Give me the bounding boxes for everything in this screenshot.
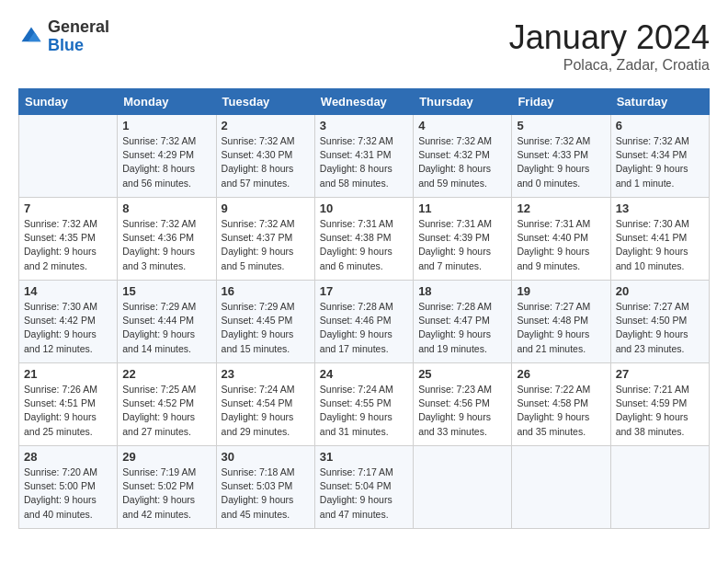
day-info: Sunrise: 7:29 AM Sunset: 4:45 PM Dayligh… [222, 300, 310, 356]
calendar-week-4: 21Sunrise: 7:26 AM Sunset: 4:51 PM Dayli… [19, 363, 710, 446]
day-number: 13 [616, 201, 704, 215]
day-info: Sunrise: 7:20 AM Sunset: 5:00 PM Dayligh… [24, 465, 112, 522]
day-number: 11 [418, 201, 506, 215]
table-row: 29Sunrise: 7:19 AM Sunset: 5:02 PM Dayli… [118, 446, 216, 529]
table-row: 18Sunrise: 7:28 AM Sunset: 4:47 PM Dayli… [414, 281, 512, 363]
day-info: Sunrise: 7:31 AM Sunset: 4:40 PM Dayligh… [517, 217, 605, 273]
day-number: 26 [517, 367, 605, 381]
table-row: 25Sunrise: 7:23 AM Sunset: 4:56 PM Dayli… [414, 363, 512, 446]
col-wednesday: Wednesday [314, 89, 413, 115]
day-info: Sunrise: 7:30 AM Sunset: 4:41 PM Dayligh… [616, 217, 704, 273]
col-friday: Friday [512, 89, 610, 115]
day-info: Sunrise: 7:19 AM Sunset: 5:02 PM Dayligh… [122, 465, 210, 522]
logo-general-text: General [48, 18, 109, 37]
day-number: 6 [616, 119, 704, 132]
day-info: Sunrise: 7:32 AM Sunset: 4:34 PM Dayligh… [616, 134, 704, 190]
col-tuesday: Tuesday [216, 89, 314, 115]
day-info: Sunrise: 7:28 AM Sunset: 4:46 PM Dayligh… [320, 300, 408, 356]
day-number: 16 [222, 284, 310, 298]
table-row: 19Sunrise: 7:27 AM Sunset: 4:48 PM Dayli… [512, 281, 610, 363]
table-row: 24Sunrise: 7:24 AM Sunset: 4:55 PM Dayli… [314, 363, 413, 446]
day-info: Sunrise: 7:30 AM Sunset: 4:42 PM Dayligh… [24, 300, 112, 356]
table-row: 12Sunrise: 7:31 AM Sunset: 4:40 PM Dayli… [512, 198, 610, 281]
day-info: Sunrise: 7:32 AM Sunset: 4:35 PM Dayligh… [24, 217, 112, 273]
day-number: 20 [616, 284, 704, 298]
day-number: 29 [122, 450, 210, 464]
day-number: 28 [24, 450, 112, 464]
day-info: Sunrise: 7:32 AM Sunset: 4:32 PM Dayligh… [418, 134, 506, 190]
day-number: 8 [122, 201, 210, 215]
table-row: 11Sunrise: 7:31 AM Sunset: 4:39 PM Dayli… [414, 198, 512, 281]
table-row: 3Sunrise: 7:32 AM Sunset: 4:31 PM Daylig… [314, 115, 413, 198]
day-number: 17 [320, 284, 408, 298]
day-info: Sunrise: 7:32 AM Sunset: 4:37 PM Dayligh… [222, 217, 310, 273]
day-number: 25 [418, 367, 506, 381]
day-number: 10 [320, 201, 408, 215]
day-info: Sunrise: 7:32 AM Sunset: 4:31 PM Dayligh… [320, 134, 408, 190]
day-info: Sunrise: 7:25 AM Sunset: 4:52 PM Dayligh… [122, 383, 210, 439]
day-number: 24 [320, 367, 408, 381]
title-block: January 2024 Polaca, Zadar, Croatia [509, 18, 710, 74]
calendar-week-2: 7Sunrise: 7:32 AM Sunset: 4:35 PM Daylig… [19, 198, 710, 281]
day-info: Sunrise: 7:32 AM Sunset: 4:29 PM Dayligh… [122, 134, 210, 190]
logo-icon [18, 24, 44, 50]
table-row: 17Sunrise: 7:28 AM Sunset: 4:46 PM Dayli… [314, 281, 413, 363]
table-row [19, 115, 118, 198]
col-monday: Monday [118, 89, 216, 115]
table-row [512, 446, 610, 529]
day-number: 31 [320, 450, 408, 464]
table-row: 27Sunrise: 7:21 AM Sunset: 4:59 PM Dayli… [610, 363, 709, 446]
location-subtitle: Polaca, Zadar, Croatia [509, 57, 710, 74]
table-row [610, 446, 709, 529]
day-info: Sunrise: 7:32 AM Sunset: 4:36 PM Dayligh… [122, 217, 210, 273]
day-info: Sunrise: 7:29 AM Sunset: 4:44 PM Dayligh… [122, 300, 210, 356]
table-row: 31Sunrise: 7:17 AM Sunset: 5:04 PM Dayli… [314, 446, 413, 529]
table-row: 16Sunrise: 7:29 AM Sunset: 4:45 PM Dayli… [216, 281, 314, 363]
col-thursday: Thursday [414, 89, 512, 115]
page-header: General Blue January 2024 Polaca, Zadar,… [18, 18, 710, 74]
table-row: 28Sunrise: 7:20 AM Sunset: 5:00 PM Dayli… [19, 446, 118, 529]
table-row: 6Sunrise: 7:32 AM Sunset: 4:34 PM Daylig… [610, 115, 709, 198]
table-row: 15Sunrise: 7:29 AM Sunset: 4:44 PM Dayli… [118, 281, 216, 363]
day-number: 5 [517, 119, 605, 132]
table-row: 5Sunrise: 7:32 AM Sunset: 4:33 PM Daylig… [512, 115, 610, 198]
day-info: Sunrise: 7:18 AM Sunset: 5:03 PM Dayligh… [222, 465, 310, 522]
calendar-table: Sunday Monday Tuesday Wednesday Thursday… [18, 88, 710, 529]
day-number: 19 [517, 284, 605, 298]
logo-text: General Blue [48, 18, 109, 55]
table-row: 4Sunrise: 7:32 AM Sunset: 4:32 PM Daylig… [414, 115, 512, 198]
table-row: 1Sunrise: 7:32 AM Sunset: 4:29 PM Daylig… [118, 115, 216, 198]
calendar-week-1: 1Sunrise: 7:32 AM Sunset: 4:29 PM Daylig… [19, 115, 710, 198]
day-number: 23 [222, 367, 310, 381]
day-number: 1 [122, 119, 210, 132]
table-row [414, 446, 512, 529]
calendar-week-3: 14Sunrise: 7:30 AM Sunset: 4:42 PM Dayli… [19, 281, 710, 363]
day-info: Sunrise: 7:24 AM Sunset: 4:54 PM Dayligh… [222, 383, 310, 439]
day-number: 12 [517, 201, 605, 215]
day-number: 27 [616, 367, 704, 381]
logo: General Blue [18, 18, 109, 55]
table-row: 13Sunrise: 7:30 AM Sunset: 4:41 PM Dayli… [610, 198, 709, 281]
day-number: 21 [24, 367, 112, 381]
col-saturday: Saturday [610, 89, 709, 115]
day-number: 7 [24, 201, 112, 215]
month-year-title: January 2024 [509, 18, 710, 57]
day-info: Sunrise: 7:32 AM Sunset: 4:33 PM Dayligh… [517, 134, 605, 190]
table-row: 2Sunrise: 7:32 AM Sunset: 4:30 PM Daylig… [216, 115, 314, 198]
day-info: Sunrise: 7:32 AM Sunset: 4:30 PM Dayligh… [222, 134, 310, 190]
day-info: Sunrise: 7:24 AM Sunset: 4:55 PM Dayligh… [320, 383, 408, 439]
table-row: 10Sunrise: 7:31 AM Sunset: 4:38 PM Dayli… [314, 198, 413, 281]
table-row: 8Sunrise: 7:32 AM Sunset: 4:36 PM Daylig… [118, 198, 216, 281]
logo-blue-text: Blue [48, 37, 109, 55]
day-number: 15 [122, 284, 210, 298]
day-info: Sunrise: 7:27 AM Sunset: 4:50 PM Dayligh… [616, 300, 704, 356]
day-number: 9 [222, 201, 310, 215]
day-number: 4 [418, 119, 506, 132]
day-number: 14 [24, 284, 112, 298]
table-row: 20Sunrise: 7:27 AM Sunset: 4:50 PM Dayli… [610, 281, 709, 363]
col-sunday: Sunday [19, 89, 118, 115]
table-row: 14Sunrise: 7:30 AM Sunset: 4:42 PM Dayli… [19, 281, 118, 363]
day-number: 18 [418, 284, 506, 298]
day-info: Sunrise: 7:22 AM Sunset: 4:58 PM Dayligh… [517, 383, 605, 439]
day-info: Sunrise: 7:21 AM Sunset: 4:59 PM Dayligh… [616, 383, 704, 439]
